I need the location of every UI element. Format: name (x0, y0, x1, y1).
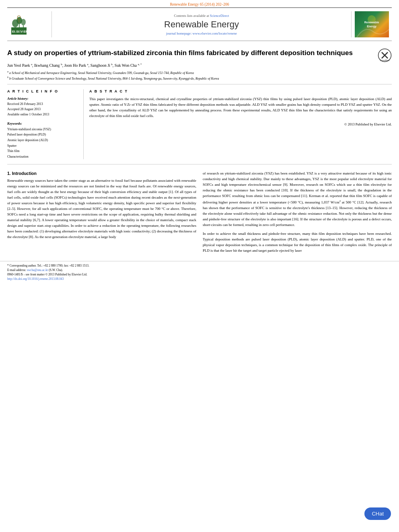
article-info-label: A R T I C L E I N F O (7, 89, 78, 93)
science-direct-link[interactable]: ScienceDirect (210, 14, 229, 18)
doi-line: http://dx.doi.org/10.1016/j.renene.2013.… (7, 277, 392, 281)
elsevier-logo: ELSEVIER (11, 13, 47, 35)
body-col-right: of research on yttrium-stabilized zircon… (203, 171, 392, 257)
top-journal-bar: Renewable Energy 65 (2014) 202–206 (0, 0, 399, 7)
page-wrapper: Renewable Energy 65 (2014) 202–206 ELSEV… (0, 0, 399, 284)
journal-title-area: Contents lists available at ScienceDirec… (51, 11, 352, 37)
svg-text:ELSEVIER: ELSEVIER (12, 30, 28, 33)
svg-text:CrossMark: CrossMark (380, 59, 390, 62)
copyright-line: © 2013 Published by Elsevier Ltd. (89, 122, 392, 126)
keyword-5: Thin film (7, 148, 78, 154)
article-history-label: Article history: (7, 97, 78, 101)
journal-homepage-link[interactable]: journal homepage: www.elsevier.com/locat… (166, 31, 237, 35)
keyword-2: Pulsed laser deposition (PLD) (7, 132, 78, 138)
issn-line: 0960-1481/$ – see front matter © 2013 Pu… (7, 273, 392, 276)
body-col-left: 1. Introduction Renewable energy sources… (7, 171, 196, 257)
journal-main-title: Renewable Energy (164, 19, 239, 30)
keyword-3: Atomic layer deposition (ALD) (7, 138, 78, 143)
doi-link[interactable]: http://dx.doi.org/10.1016/j.renene.2013.… (7, 277, 64, 281)
corresponding-author: * Corresponding author. Tel.: +82 2 880 … (7, 264, 392, 267)
affiliations: a a School of Mechanical and Aerospace E… (7, 70, 374, 81)
chat-button[interactable]: CHat (364, 507, 391, 520)
received-date: Received 26 February 2013 (7, 102, 78, 107)
article-content: A study on properties of yttrium-stabili… (0, 41, 399, 257)
keywords-list: Yttrium-stabilized zirconia (YSZ) Pulsed… (7, 127, 78, 160)
keyword-6: Characterization (7, 154, 78, 160)
keyword-1: Yttrium-stabilized zirconia (YSZ) (7, 127, 78, 132)
available-date: Available online 1 October 2013 (7, 112, 78, 117)
page-footer: * Corresponding author. Tel.: +82 2 880 … (0, 261, 399, 284)
accepted-date: Accepted 28 August 2013 (7, 107, 78, 112)
authors-line: Jun Yeol Paek a, Ikwhang Chang b, Joon H… (7, 63, 374, 68)
abstract-text: This paper investigates the micro-struct… (89, 97, 392, 119)
email-line: E-mail address: swcha@snu.ac.kr (S.W. Ch… (7, 268, 392, 272)
journal-header: ELSEVIER Contents lists available at Sci… (7, 8, 392, 41)
abstract-label: A B S T R A C T (89, 89, 392, 93)
svg-point-4 (21, 19, 26, 25)
abstract-col: A B S T R A C T This paper investigates … (84, 89, 392, 159)
intro-para-3: In order to achieve the small thickness … (203, 231, 392, 254)
paper-title-text: A study on properties of yttrium-stabili… (7, 48, 374, 81)
introduction-heading: 1. Introduction (7, 171, 196, 176)
science-direct-line: Contents lists available at ScienceDirec… (174, 14, 229, 18)
keyword-4: Sputter (7, 143, 78, 149)
journal-volume-ref: Renewable Energy 65 (2014) 202–206 (170, 2, 229, 6)
keywords-label: Keywords: (7, 121, 78, 125)
info-abstract-row: A R T I C L E I N F O Article history: R… (7, 84, 392, 164)
article-info-col: A R T I C L E I N F O Article history: R… (7, 89, 84, 159)
crossmark-badge: CrossMark (378, 48, 392, 62)
paper-title: A study on properties of yttrium-stabili… (7, 48, 374, 58)
intro-para-1: Renewable energy sources have taken the … (7, 178, 196, 240)
elsevier-logo-area: ELSEVIER (7, 11, 51, 37)
email-link[interactable]: swcha@snu.ac.kr (27, 268, 48, 272)
body-columns: 1. Introduction Renewable energy sources… (7, 164, 392, 257)
paper-title-section: A study on properties of yttrium-stabili… (7, 41, 392, 84)
journal-homepage-line: journal homepage: www.elsevier.com/locat… (166, 31, 237, 35)
intro-para-2: of research on yttrium-stabilized zircon… (203, 171, 392, 228)
renewable-energy-logo: RenewableEnergy (355, 11, 389, 37)
renewable-energy-logo-area: RenewableEnergy (352, 11, 392, 37)
